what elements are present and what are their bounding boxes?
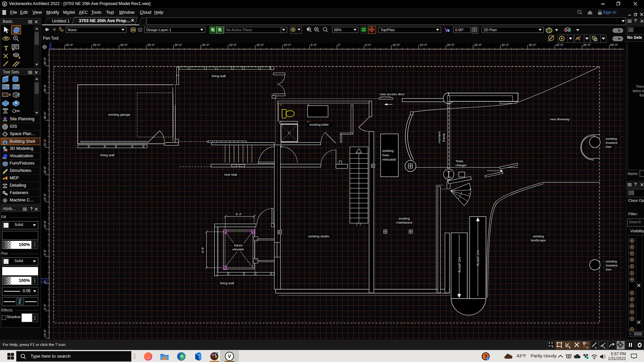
svg-text:35'-0": 35'-0" [147, 43, 155, 47]
svg-text:20'-0": 20'-0" [447, 43, 454, 47]
svg-text:40'-0": 40'-0" [43, 57, 47, 65]
svg-text:existing studio: existing studio [308, 234, 329, 238]
svg-text:6'-8": 6'-8" [201, 247, 204, 253]
svg-text:10'-0": 10'-0" [392, 43, 400, 47]
svg-text:15'-0": 15'-0" [43, 193, 47, 201]
svg-text:5'-3": 5'-3" [236, 213, 242, 216]
svg-text:invasive: invasive [606, 141, 618, 144]
svg-text:8: 8 [448, 29, 449, 32]
svg-text:25'-0": 25'-0" [43, 139, 47, 146]
svg-text:hvac: hvac [382, 153, 389, 157]
svg-text:15'-0": 15'-0" [256, 43, 264, 47]
svg-text:moment: moment [437, 131, 441, 143]
svg-text:existing: existing [606, 137, 617, 140]
svg-text:0": 0" [338, 43, 341, 47]
svg-text:V: V [3, 11, 5, 13]
svg-text:25'-0": 25'-0" [474, 43, 482, 47]
svg-text:crawlspace: crawlspace [396, 221, 413, 224]
svg-text:relocated: relocated [382, 158, 396, 161]
svg-text:existing: existing [382, 149, 393, 153]
svg-text:Tesla: Tesla [455, 159, 463, 163]
svg-text:50'-0": 50'-0" [66, 43, 73, 47]
svg-text:frame: frame [442, 133, 445, 142]
svg-text:RAMP DN: RAMP DN [458, 257, 461, 273]
svg-text:5'-0": 5'-0" [43, 304, 47, 310]
svg-text:35'-0": 35'-0" [43, 84, 47, 92]
svg-text:0": 0" [43, 280, 47, 283]
svg-text:tree: tree [606, 145, 611, 148]
svg-text:existing: existing [606, 259, 617, 263]
svg-text:35'-0": 35'-0" [529, 43, 536, 47]
svg-text:5'-0": 5'-0" [43, 249, 47, 255]
svg-text:tree: tree [606, 267, 611, 271]
svg-text:existing: existing [533, 234, 544, 238]
svg-text:10'-0": 10'-0" [283, 43, 291, 47]
svg-text:existing toilet: existing toilet [310, 123, 329, 126]
svg-text:living wall: living wall [212, 74, 226, 78]
svg-text:50'-0": 50'-0" [610, 43, 618, 47]
svg-text:40'-0": 40'-0" [120, 43, 128, 47]
svg-text:new driveway: new driveway [550, 117, 570, 121]
svg-text:20'-0": 20'-0" [43, 166, 47, 174]
svg-text:30'-0": 30'-0" [501, 43, 509, 47]
svg-text:existing: existing [398, 217, 410, 220]
svg-text:invasive: invasive [606, 263, 618, 267]
svg-text:40'-0": 40'-0" [556, 43, 564, 47]
svg-text:30'-0": 30'-0" [174, 43, 182, 47]
svg-text:RAMP DN: RAMP DN [476, 251, 480, 266]
svg-text:T: T [4, 45, 8, 52]
svg-text:V: V [228, 354, 231, 359]
svg-text:V: V [3, 2, 6, 6]
svg-text:new stair: new stair [224, 173, 237, 176]
svg-text:10'-0": 10'-0" [43, 221, 47, 228]
svg-text:45'-0": 45'-0" [583, 43, 591, 47]
svg-text:elevator: elevator [232, 247, 245, 251]
svg-text:5'-0": 5'-0" [365, 43, 371, 47]
svg-text:10'-0": 10'-0" [43, 329, 47, 337]
svg-text:existing garage: existing garage [108, 113, 130, 116]
svg-text:landscape: landscape [531, 238, 546, 242]
svg-text:living wall: living wall [100, 153, 114, 157]
svg-text:new access door: new access door [380, 92, 405, 96]
svg-text:5'-0": 5'-0" [311, 43, 317, 47]
svg-text:i: i [487, 357, 488, 360]
svg-text:living wall: living wall [220, 281, 234, 285]
svg-text:45'-0": 45'-0" [93, 43, 101, 47]
svg-text:25'-0": 25'-0" [202, 43, 210, 47]
svg-text:charger: charger [455, 163, 467, 167]
svg-text:30'-0": 30'-0" [43, 112, 47, 119]
svg-text:20'-0": 20'-0" [229, 43, 237, 47]
svg-text:future: future [234, 243, 243, 247]
svg-text:15'-0": 15'-0" [420, 43, 427, 47]
